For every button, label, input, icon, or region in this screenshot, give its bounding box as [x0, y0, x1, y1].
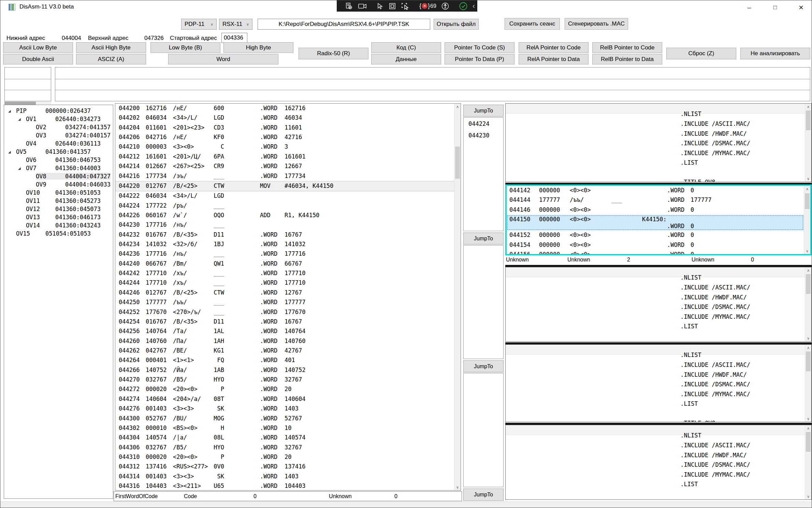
detail-vscrollbar[interactable]: ∧ ∨	[804, 186, 810, 254]
listing-row[interactable]: 044242 177710 /хъ/ ___ .WORD 177710	[115, 269, 454, 278]
asciz-button[interactable]: ASCIZ (A)	[76, 54, 146, 64]
listing-row[interactable]: 044260 140760 /Па/ 1AH .WORD 140760	[115, 337, 454, 346]
scroll-down-icon[interactable]: ∨	[805, 176, 811, 182]
listing-row[interactable]: 044302 000010 <BS><0> H .WORD 10	[115, 423, 454, 433]
jump-target[interactable]: 044224	[464, 119, 503, 131]
tree-item[interactable]: ◢ OV7 041360:044003	[4, 164, 113, 172]
tree-expand-icon[interactable]: ◢	[18, 117, 26, 121]
listing-row[interactable]: 044244 177710 /хъ/ ___ .WORD 177710	[115, 278, 454, 288]
high-byte-button[interactable]: High Byte	[223, 42, 293, 53]
scroll-up-icon[interactable]: ∧	[805, 425, 811, 431]
scroll-down-icon[interactable]: ∨	[805, 493, 811, 499]
generate-mac-button[interactable]: Сгенерировать .MAC	[565, 18, 628, 30]
listing-row[interactable]: 044222 046034 <34>/L/ LGD	[115, 191, 454, 201]
listing-row[interactable]: 044274 140604 <204>/a/ 08T .WORD 140604	[115, 394, 454, 404]
macro-vscrollbar[interactable]: ∧ ∨	[805, 345, 811, 422]
listing-vscrollbar[interactable]: ∧ ∨	[454, 104, 461, 490]
listing-row[interactable]: 044212 161601 <201>/Ц/ 6PA .WORD 161601	[115, 152, 454, 162]
tree-item[interactable]: ◢ OV1 026440:034273	[4, 115, 113, 123]
reset-button[interactable]: Сброс (Z)	[666, 48, 736, 59]
tree-item[interactable]: ◢ OV5 041360:041357	[4, 148, 113, 156]
listing-row[interactable]: 044230 177716 /нъ/ ___	[115, 220, 454, 230]
empty-wide-list[interactable]	[55, 67, 810, 101]
scrollbar-thumb[interactable]	[805, 193, 810, 209]
double-ascii-button[interactable]: Double Ascii	[3, 54, 73, 64]
listing-row[interactable]: 044210 000003 <3><0> C .WORD 3	[115, 142, 454, 152]
region-select-cursor-icon[interactable]	[401, 2, 410, 10]
detail-row[interactable]: 044152 000000 <0><0> .WORD 0	[507, 230, 804, 240]
maximize-button[interactable]: □	[767, 2, 783, 13]
listing-row[interactable]: 044306 032767 /В5/ HYO .WORD 32767	[115, 443, 454, 452]
window-select-icon[interactable]	[389, 2, 396, 10]
tree-item[interactable]: OV11 041360:045273	[4, 197, 113, 205]
listing-row[interactable]: 044254 016767 /В/<35> D11 .WORD 16767	[115, 317, 454, 327]
tree-item[interactable]: OV15 051054:051053	[4, 229, 113, 238]
save-session-button[interactable]: Сохранить сеанс	[505, 18, 560, 30]
listing-row[interactable]: 044214 012667 <267><25> CR9 .WORD 12667	[115, 162, 454, 171]
macro-vscrollbar[interactable]: ∧ ∨	[805, 425, 811, 499]
empty-left-list[interactable]	[4, 67, 51, 101]
tree-item[interactable]: OV10 041360:051053	[4, 189, 113, 197]
listing-row[interactable]: 044226 060167 /w`/ OQO ADD R1, K44150	[115, 211, 454, 220]
listing-row[interactable]: 044252 177670 <270>/ъ/ ___ .WORD 177670	[115, 308, 454, 317]
left-list-hscrollbar[interactable]	[4, 102, 51, 105]
scroll-up-icon[interactable]: ∧	[804, 186, 810, 192]
ascii-high-byte-button[interactable]: Ascii High Byte	[76, 42, 146, 53]
listing-row[interactable]: 044266 140752 /Йа/ 1AB .WORD 140752	[115, 365, 454, 375]
data-button[interactable]: Данные	[371, 54, 441, 64]
minimize-button[interactable]: –	[741, 2, 757, 13]
open-file-button[interactable]: Открыть файл	[434, 19, 479, 30]
tree-item[interactable]: OV14 041360:043243	[4, 221, 113, 229]
detail-row[interactable]: 044154 000000 <0><0> .WORD 0	[507, 240, 804, 250]
listing-row[interactable]: 044204 011601 <201><23> CD3 .WORD 11601	[115, 123, 454, 133]
scroll-up-icon[interactable]: ∧	[805, 267, 811, 273]
tree-item[interactable]: ◢ PIP 000000:026437	[4, 107, 113, 115]
tree-expand-icon[interactable]: ◢	[18, 166, 26, 170]
ascii-low-byte-button[interactable]: Ascii Low Byte	[3, 42, 73, 53]
tree-item[interactable]: OV8 044004:047327	[4, 172, 113, 180]
error-count-badge[interactable]: {✕} 69	[419, 2, 436, 10]
listing-row[interactable]: 044314 001403 <3><3> SK .WORD 1403	[115, 472, 454, 481]
listing-row[interactable]: 044270 032767 /В5/ HYO .WORD 32767	[115, 375, 454, 385]
listing-row[interactable]: 044236 177716 /нъ/ ___ .WORD 177716	[115, 249, 454, 259]
scrollbar-thumb[interactable]	[455, 147, 460, 179]
listing-row[interactable]: 044310 000020 <20><0> P .WORD 20	[115, 452, 454, 462]
detail-row[interactable]: 044146 000000 <0><0> .WORD 0	[507, 205, 804, 215]
detail-row[interactable]: 044150 000000 <0><0> K44150: .WORD 0	[507, 215, 804, 230]
tree-item[interactable]: OV12 041360:045073	[4, 205, 113, 213]
close-button[interactable]: ×	[793, 2, 809, 13]
pointer-to-code-button[interactable]: Pointer To Code (S)	[445, 42, 514, 53]
scroll-down-icon[interactable]: ∨	[805, 335, 811, 341]
scrollbar-thumb[interactable]	[806, 352, 811, 371]
listing-row[interactable]: 044246 012767 /В/<25> CTW .WORD 12767	[115, 288, 454, 298]
listing-row[interactable]: 044304 140574 /|a/ 08L .WORD 140574	[115, 433, 454, 443]
code-button[interactable]: Код (С)	[371, 42, 441, 53]
listing-row[interactable]: 044262 042767 /ВЕ/ KG1 .WORD 42767	[115, 346, 454, 356]
jumpto-button-1[interactable]: JumpTo	[463, 105, 504, 117]
macro-line[interactable]: .NLIST	[506, 104, 805, 114]
jumpto-button-3[interactable]: JumpTo	[463, 360, 504, 372]
tree-item[interactable]: OV13 041360:046173	[4, 213, 113, 221]
detail-row[interactable]: 044144 177777 /ъъ/ ___ .WORD 177777	[507, 195, 804, 205]
listing-row[interactable]: 044276 001403 <3><3> SK .WORD 1403	[115, 404, 454, 414]
listing-row[interactable]: 044224 177722 /pъ/ ___	[115, 201, 454, 211]
radix50-button[interactable]: Radix-50 (R)	[299, 48, 368, 59]
jumpto-button-4[interactable]: JumpTo	[463, 489, 504, 501]
macro-vscrollbar[interactable]: ∧ ∨	[805, 267, 811, 341]
camera-icon[interactable]	[358, 2, 367, 10]
listing-row[interactable]: 044200 162716 /нЕ/ 600 .WORD 162716	[115, 104, 454, 113]
listing-row[interactable]: 044300 052767 /BU/ MOG .WORD 52767	[115, 414, 454, 423]
file-path-input[interactable]	[258, 19, 430, 30]
macro-line[interactable]: .NLIST	[506, 267, 805, 277]
rela-pointer-to-code-button[interactable]: RelA Pointer to Code	[519, 42, 589, 53]
relb-pointer-to-code-button[interactable]: RelB Pointer to Code	[592, 42, 662, 53]
listing-row[interactable]: 044256 140764 /Та/ 1AL .WORD 140764	[115, 327, 454, 336]
scroll-down-icon[interactable]: ∨	[804, 248, 810, 254]
jump-target[interactable]: 044230	[464, 131, 503, 142]
listing-row[interactable]: 044316 104403 <3><211> U65 .WORD 104403	[115, 481, 454, 491]
scroll-up-icon[interactable]: ∧	[805, 345, 811, 351]
collapse-chevron-icon[interactable]: ‹	[473, 2, 475, 10]
tree-item[interactable]: OV9 044004:046033	[4, 180, 113, 189]
listing-row[interactable]: 044234 141032 <32>/б/ 1BJ .WORD 141032	[115, 240, 454, 249]
low-byte-button[interactable]: Low Byte (B)	[150, 42, 220, 53]
